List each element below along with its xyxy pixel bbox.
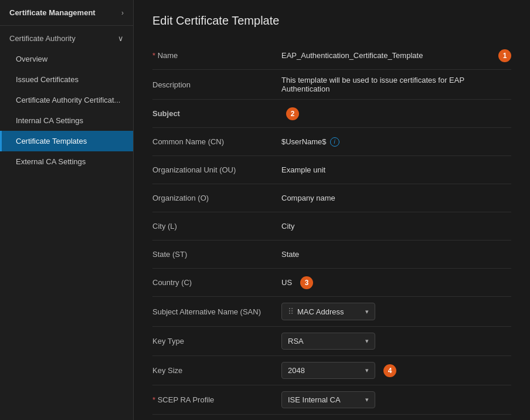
value-description: This template will be used to issue cert… xyxy=(281,76,511,93)
label-state: State (ST) xyxy=(152,250,281,259)
sidebar-item-internal-ca[interactable]: Internal CA Settings xyxy=(0,110,133,131)
san-dropdown[interactable]: ⠿ MAC Address ▾ xyxy=(281,303,375,320)
label-key-size: Key Size xyxy=(152,366,281,375)
label-key-type: Key Type xyxy=(152,337,281,346)
key-size-dropdown-text: 2048 xyxy=(288,366,362,375)
label-description: Description xyxy=(152,80,281,89)
value-cn: $UserName$ i xyxy=(281,137,511,147)
step-badge-3: 3 xyxy=(300,276,313,289)
scep-dropdown[interactable]: ISE Internal CA ▾ xyxy=(281,391,375,408)
sidebar-item-ca-certificates[interactable]: Certificate Authority Certificat... xyxy=(0,90,133,110)
form-row-key-type: Key Type RSA ▾ xyxy=(152,327,511,356)
label-subject: Subject xyxy=(152,109,281,118)
form-row-san: Subject Alternative Name (SAN) ⠿ MAC Add… xyxy=(152,297,511,327)
drag-icon: ⠿ xyxy=(288,307,294,316)
app-title: Certificate Management xyxy=(9,8,96,17)
key-type-dropdown-text: RSA xyxy=(288,337,362,346)
subject-badge-area: 2 xyxy=(281,107,511,120)
key-type-dropdown[interactable]: RSA ▾ xyxy=(281,333,375,350)
value-city: City xyxy=(281,222,511,231)
value-name: 1 xyxy=(281,49,511,62)
page-title: Edit Certificate Template xyxy=(152,14,511,28)
label-org: Organization (O) xyxy=(152,194,281,202)
chevron-down-icon: ▾ xyxy=(365,308,369,316)
value-san: ⠿ MAC Address ▾ xyxy=(281,303,511,320)
form-row-key-size: Key Size 2048 ▾ 4 xyxy=(152,356,511,385)
sidebar-item-issued-certificates[interactable]: Issued Certificates xyxy=(0,69,133,90)
key-size-dropdown[interactable]: 2048 ▾ xyxy=(281,362,375,379)
value-scep: ISE Internal CA ▾ xyxy=(281,391,511,408)
form-row-state: State (ST) State xyxy=(152,241,511,269)
sidebar-item-external-ca[interactable]: External CA Settings xyxy=(0,151,133,172)
san-dropdown-text: MAC Address xyxy=(297,307,362,316)
main-content: Edit Certificate Template Name 1 Descrip… xyxy=(134,0,530,420)
sidebar: Certificate Management › Certificate Aut… xyxy=(0,0,134,420)
sidebar-section-authority[interactable]: Certificate Authority ∨ xyxy=(0,28,133,49)
form-row-city: City (L) City xyxy=(152,212,511,241)
scep-dropdown-text: ISE Internal CA xyxy=(288,395,362,404)
label-country: Country (C) xyxy=(152,278,281,287)
info-icon-cn[interactable]: i xyxy=(330,137,339,147)
sidebar-item-certificate-templates[interactable]: Certificate Templates xyxy=(0,131,133,151)
value-country: US 3 xyxy=(281,276,511,289)
value-key-type: RSA ▾ xyxy=(281,333,511,350)
section-subject: Subject 2 xyxy=(152,100,511,128)
value-key-size: 2048 ▾ 4 xyxy=(281,362,511,379)
value-state: State xyxy=(281,250,511,259)
step-badge-4: 4 xyxy=(383,364,396,377)
label-scep: SCEP RA Profile xyxy=(152,395,281,404)
label-name: Name xyxy=(152,51,281,60)
label-cn: Common Name (CN) xyxy=(152,137,281,146)
name-input[interactable] xyxy=(281,51,490,60)
chevron-down-icon: ▾ xyxy=(365,337,369,345)
value-ou: Example unit xyxy=(281,165,511,174)
step-badge-1: 1 xyxy=(498,49,511,62)
form-row-name: Name 1 xyxy=(152,42,511,70)
chevron-right-icon: › xyxy=(121,9,124,17)
step-badge-2: 2 xyxy=(286,107,299,120)
form-row-ou: Organizational Unit (OU) Example unit xyxy=(152,156,511,184)
form-row-country: Country (C) US 3 xyxy=(152,269,511,297)
form-row-valid-period: Valid Period 5 Day(s) (Valid Range 1 - 3… xyxy=(152,415,511,420)
form-row-org: Organization (O) Company name xyxy=(152,184,511,212)
label-san: Subject Alternative Name (SAN) xyxy=(152,307,281,316)
label-ou: Organizational Unit (OU) xyxy=(152,165,281,174)
sidebar-section-label: Certificate Authority xyxy=(9,34,76,43)
chevron-down-icon: ▾ xyxy=(365,396,369,404)
value-org: Company name xyxy=(281,194,511,202)
form-row-cn: Common Name (CN) $UserName$ i xyxy=(152,128,511,156)
form-row-description: Description This template will be used t… xyxy=(152,70,511,100)
label-city: City (L) xyxy=(152,222,281,231)
sidebar-item-overview[interactable]: Overview xyxy=(0,49,133,69)
sidebar-app-header[interactable]: Certificate Management › xyxy=(0,0,133,26)
chevron-down-icon: ∨ xyxy=(118,34,124,43)
chevron-down-icon: ▾ xyxy=(365,367,369,374)
form-row-scep: SCEP RA Profile ISE Internal CA ▾ xyxy=(152,385,511,415)
sidebar-nav: Certificate Authority ∨ Overview Issued … xyxy=(0,26,133,172)
